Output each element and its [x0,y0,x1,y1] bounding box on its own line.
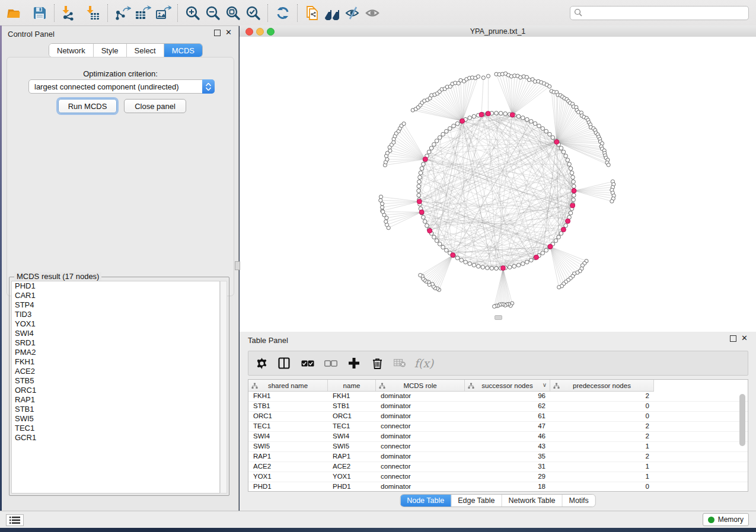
column-header-MCDS-role[interactable]: MCDS role [376,380,465,391]
column-header-successor-nodes[interactable]: successor nodes∨ [465,380,550,391]
save-session-icon[interactable] [30,3,50,23]
table-cell: 2 [550,452,654,462]
table-cell: STB1 [248,402,328,411]
mcds-result-item[interactable]: STB5 [12,376,219,386]
tab-network-table[interactable]: Network Table [502,495,563,507]
mcds-result-item[interactable]: CAR1 [12,291,219,300]
mcds-result-group: MCDS result (17 nodes) PHD1CAR1STP4TID3Y… [9,277,229,496]
tab-style[interactable]: Style [94,44,127,57]
table-cell: connector [376,462,465,472]
table-cell: connector [376,472,465,482]
tab-edge-table[interactable]: Edge Table [451,495,502,507]
gear-icon[interactable] [251,354,272,372]
mcds-result-item[interactable]: ORC1 [12,386,219,395]
table-scrollbar-thumb[interactable] [739,394,745,446]
mcds-result-item[interactable]: STB1 [12,405,219,414]
table-row[interactable]: YOX1YOX1connector291 [248,472,748,482]
dropdown-stepper-icon [202,79,215,94]
select-all-icon[interactable] [296,354,320,372]
table-row[interactable]: ACE2ACE2connector311 [248,462,748,472]
float-panel-icon[interactable] [214,30,221,36]
view-splitter-handle[interactable] [495,315,502,320]
mcds-result-item[interactable]: PMA2 [12,348,219,357]
tab-mcds[interactable]: MCDS [164,44,202,57]
mcds-result-item[interactable]: SRD1 [12,338,219,348]
close-table-panel-icon[interactable]: ✕ [741,334,748,342]
network-window-titlebar[interactable]: YPA_prune.txt_1 [240,25,756,37]
first-neighbors-icon[interactable] [323,3,343,23]
mcds-result-item[interactable]: GCR1 [12,433,219,443]
mcds-list-scrollbar[interactable] [220,281,227,493]
close-panel-icon[interactable]: ✕ [225,28,232,37]
node-table-body: FKH1FKH1dominator962STB1STB1dominator620… [248,392,748,491]
criterion-dropdown[interactable]: largest connected component (undirected) [28,79,215,94]
table-row[interactable]: STB1STB1dominator620 [248,402,748,412]
table-row[interactable]: RAP1RAP1dominator352 [248,452,748,462]
mcds-result-item[interactable]: TEC1 [12,424,219,433]
zoom-fit-icon[interactable] [223,3,243,23]
mcds-result-item[interactable]: TID3 [12,310,219,319]
mcds-result-item[interactable]: SWI5 [12,414,219,424]
close-panel-button[interactable]: Close panel [124,99,186,113]
control-panel-tabs: NetworkStyleSelectMCDS [49,43,203,57]
delete-table-icon[interactable] [388,354,411,372]
open-file-icon[interactable] [4,3,24,23]
delete-icon[interactable] [366,354,388,372]
show-all-icon[interactable] [363,3,383,23]
refresh-icon[interactable] [273,3,293,23]
column-header-shared-name[interactable]: shared name [248,380,328,391]
table-row[interactable]: SWI4SWI4dominator462 [248,432,748,442]
table-cell: 35 [465,452,550,462]
hide-selected-icon[interactable] [343,3,363,23]
tab-network[interactable]: Network [49,44,94,57]
node-table[interactable]: shared namenameMCDS rolesuccessor nodes∨… [248,379,748,492]
zoom-in-icon[interactable] [183,3,203,23]
import-network-icon[interactable] [59,3,79,23]
mcds-result-item[interactable]: RAP1 [12,395,219,405]
import-table-icon[interactable] [83,3,103,23]
float-table-panel-icon[interactable] [730,335,736,342]
task-history-button[interactable] [6,514,24,526]
table-row[interactable]: ORC1ORC1dominator610 [248,412,748,422]
table-row[interactable]: SWI5SWI5connector431 [248,442,748,452]
panel-splitter-handle[interactable] [235,261,240,270]
table-row[interactable]: FKH1FKH1dominator962 [248,392,748,402]
deselect-all-icon[interactable] [320,354,342,372]
mcds-result-item[interactable]: PHD1 [12,281,219,291]
export-image-icon[interactable] [153,3,173,23]
mcds-result-title: MCDS result (17 nodes) [14,272,101,281]
mcds-result-item[interactable]: ACE2 [12,367,219,376]
export-network-icon[interactable] [113,3,133,23]
export-table-icon[interactable] [133,3,153,23]
table-cell: 2 [550,432,654,441]
table-row[interactable]: PHD1PHD1dominator180 [248,482,748,492]
tab-select[interactable]: Select [127,44,164,57]
table-cell: SWI4 [328,432,376,441]
table-cell: SWI4 [248,432,328,441]
column-chooser-icon[interactable] [272,354,296,372]
mcds-result-item[interactable]: STP4 [12,300,219,310]
table-cell: PHD1 [328,482,376,492]
mcds-result-item[interactable]: YOX1 [12,319,219,329]
table-cell: YOX1 [328,472,376,482]
zoom-out-icon[interactable] [203,3,223,23]
function-builder-icon[interactable]: f(x) [411,354,437,372]
clone-network-icon[interactable] [302,3,323,23]
mcds-result-item[interactable]: SWI4 [12,329,219,338]
network-canvas[interactable] [240,37,756,332]
table-row[interactable]: TEC1TEC1connector472 [248,422,748,432]
zoom-selected-icon[interactable] [243,3,263,23]
add-icon[interactable] [342,354,366,372]
tab-motifs[interactable]: Motifs [562,495,595,507]
column-header-name[interactable]: name [328,380,376,391]
mcds-result-item[interactable]: FKH1 [12,357,219,367]
search-input[interactable] [570,6,749,20]
memory-button[interactable]: Memory [703,513,749,526]
mcds-result-list[interactable]: PHD1CAR1STP4TID3YOX1SWI4SRD1PMA2FKH1ACE2… [11,281,220,493]
main-toolbar [0,0,756,26]
column-header-predecessor-nodes[interactable]: predecessor nodes [550,380,654,391]
table-cell: 1 [550,472,654,482]
control-panel-titlebar: Control Panel ✕ [2,26,238,41]
run-mcds-button[interactable]: Run MCDS [58,99,117,113]
tab-node-table[interactable]: Node Table [400,495,451,507]
